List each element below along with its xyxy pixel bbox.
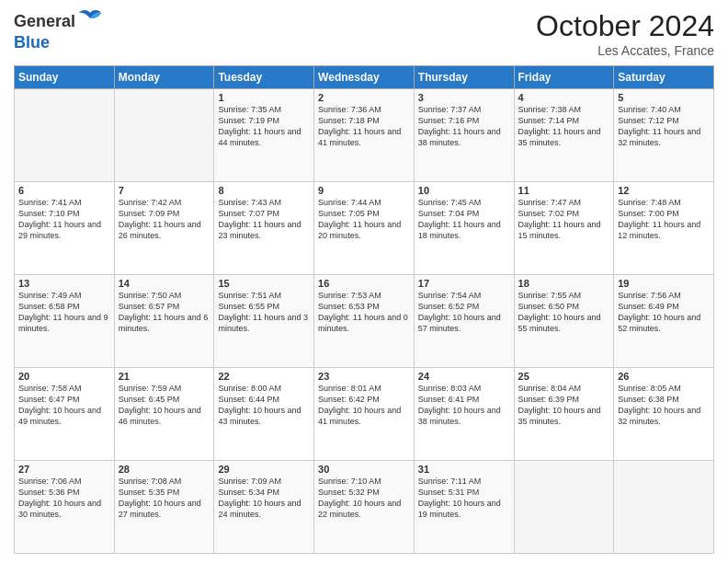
day-number: 12 xyxy=(618,185,710,196)
day-number: 17 xyxy=(418,278,510,289)
day-number: 27 xyxy=(18,464,110,475)
calendar-week-row: 20Sunrise: 7:58 AM Sunset: 6:47 PM Dayli… xyxy=(15,368,714,461)
day-content: Sunrise: 7:56 AM Sunset: 6:49 PM Dayligh… xyxy=(618,290,710,335)
day-content: Sunrise: 8:01 AM Sunset: 6:42 PM Dayligh… xyxy=(318,383,410,428)
day-number: 10 xyxy=(418,185,510,196)
day-content: Sunrise: 7:51 AM Sunset: 6:55 PM Dayligh… xyxy=(218,290,310,335)
day-number: 8 xyxy=(218,185,310,196)
col-sunday: Sunday xyxy=(15,66,115,89)
calendar-cell: 7Sunrise: 7:42 AM Sunset: 7:09 PM Daylig… xyxy=(114,182,214,275)
calendar-cell: 20Sunrise: 7:58 AM Sunset: 6:47 PM Dayli… xyxy=(15,368,115,461)
day-content: Sunrise: 7:55 AM Sunset: 6:50 PM Dayligh… xyxy=(518,290,610,335)
calendar-cell: 29Sunrise: 7:09 AM Sunset: 5:34 PM Dayli… xyxy=(214,461,314,554)
calendar-cell xyxy=(114,89,214,182)
day-content: Sunrise: 7:45 AM Sunset: 7:04 PM Dayligh… xyxy=(418,197,510,242)
day-content: Sunrise: 8:04 AM Sunset: 6:39 PM Dayligh… xyxy=(518,383,610,428)
day-number: 14 xyxy=(119,278,210,289)
day-number: 16 xyxy=(318,278,410,289)
day-number: 28 xyxy=(119,464,210,475)
calendar-cell: 17Sunrise: 7:54 AM Sunset: 6:52 PM Dayli… xyxy=(414,275,514,368)
day-content: Sunrise: 7:11 AM Sunset: 5:31 PM Dayligh… xyxy=(418,476,510,521)
calendar-cell xyxy=(514,461,614,554)
day-number: 15 xyxy=(218,278,310,289)
calendar-cell: 5Sunrise: 7:40 AM Sunset: 7:12 PM Daylig… xyxy=(614,89,714,182)
day-number: 31 xyxy=(418,464,510,475)
day-number: 13 xyxy=(18,278,110,289)
day-number: 4 xyxy=(518,92,610,103)
calendar-cell: 3Sunrise: 7:37 AM Sunset: 7:16 PM Daylig… xyxy=(414,89,514,182)
day-content: Sunrise: 7:06 AM Sunset: 5:36 PM Dayligh… xyxy=(18,476,110,521)
calendar-cell: 12Sunrise: 7:48 AM Sunset: 7:00 PM Dayli… xyxy=(614,182,714,275)
day-content: Sunrise: 8:05 AM Sunset: 6:38 PM Dayligh… xyxy=(618,383,710,428)
day-number: 7 xyxy=(119,185,210,196)
calendar-cell: 1Sunrise: 7:35 AM Sunset: 7:19 PM Daylig… xyxy=(214,89,314,182)
calendar-cell: 4Sunrise: 7:38 AM Sunset: 7:14 PM Daylig… xyxy=(514,89,614,182)
day-number: 3 xyxy=(418,92,510,103)
day-content: Sunrise: 8:03 AM Sunset: 6:41 PM Dayligh… xyxy=(418,383,510,428)
day-number: 20 xyxy=(18,371,110,382)
calendar-cell: 11Sunrise: 7:47 AM Sunset: 7:02 PM Dayli… xyxy=(514,182,614,275)
day-content: Sunrise: 7:10 AM Sunset: 5:32 PM Dayligh… xyxy=(318,476,410,521)
calendar-cell: 16Sunrise: 7:53 AM Sunset: 6:53 PM Dayli… xyxy=(314,275,415,368)
day-content: Sunrise: 7:37 AM Sunset: 7:16 PM Dayligh… xyxy=(418,104,510,149)
day-number: 1 xyxy=(218,92,310,103)
location-subtitle: Les Accates, France xyxy=(536,43,714,58)
calendar-week-row: 13Sunrise: 7:49 AM Sunset: 6:58 PM Dayli… xyxy=(15,275,714,368)
col-tuesday: Tuesday xyxy=(214,66,314,89)
day-content: Sunrise: 7:38 AM Sunset: 7:14 PM Dayligh… xyxy=(518,104,610,149)
day-number: 11 xyxy=(518,185,610,196)
logo-blue-text: Blue xyxy=(14,33,50,52)
day-content: Sunrise: 7:09 AM Sunset: 5:34 PM Dayligh… xyxy=(218,476,310,521)
day-content: Sunrise: 7:35 AM Sunset: 7:19 PM Dayligh… xyxy=(218,104,310,149)
day-content: Sunrise: 7:58 AM Sunset: 6:47 PM Dayligh… xyxy=(18,383,110,428)
day-content: Sunrise: 7:47 AM Sunset: 7:02 PM Dayligh… xyxy=(518,197,610,242)
day-number: 5 xyxy=(618,92,710,103)
calendar-cell: 2Sunrise: 7:36 AM Sunset: 7:18 PM Daylig… xyxy=(314,89,415,182)
day-content: Sunrise: 7:40 AM Sunset: 7:12 PM Dayligh… xyxy=(618,104,710,149)
day-number: 24 xyxy=(418,371,510,382)
calendar-header-row: Sunday Monday Tuesday Wednesday Thursday… xyxy=(15,66,714,89)
day-content: Sunrise: 7:41 AM Sunset: 7:10 PM Dayligh… xyxy=(18,197,110,242)
calendar-cell: 18Sunrise: 7:55 AM Sunset: 6:50 PM Dayli… xyxy=(514,275,614,368)
calendar-cell: 13Sunrise: 7:49 AM Sunset: 6:58 PM Dayli… xyxy=(15,275,115,368)
day-content: Sunrise: 7:44 AM Sunset: 7:05 PM Dayligh… xyxy=(318,197,410,242)
calendar-cell xyxy=(614,461,714,554)
day-content: Sunrise: 7:54 AM Sunset: 6:52 PM Dayligh… xyxy=(418,290,510,335)
page: General Blue October 2024 Les Accates, F… xyxy=(0,0,728,563)
logo-bird-icon xyxy=(77,9,103,33)
calendar-table: Sunday Monday Tuesday Wednesday Thursday… xyxy=(14,65,714,554)
day-number: 19 xyxy=(618,278,710,289)
month-title: October 2024 xyxy=(536,9,714,43)
title-block: October 2024 Les Accates, France xyxy=(536,9,714,58)
logo-general-text: General xyxy=(14,12,75,31)
calendar-cell: 14Sunrise: 7:50 AM Sunset: 6:57 PM Dayli… xyxy=(114,275,214,368)
calendar-week-row: 27Sunrise: 7:06 AM Sunset: 5:36 PM Dayli… xyxy=(15,461,714,554)
calendar-cell: 30Sunrise: 7:10 AM Sunset: 5:32 PM Dayli… xyxy=(314,461,415,554)
calendar-cell: 23Sunrise: 8:01 AM Sunset: 6:42 PM Dayli… xyxy=(314,368,415,461)
day-content: Sunrise: 7:43 AM Sunset: 7:07 PM Dayligh… xyxy=(218,197,310,242)
day-number: 23 xyxy=(318,371,410,382)
header: General Blue October 2024 Les Accates, F… xyxy=(14,9,714,58)
calendar-cell: 27Sunrise: 7:06 AM Sunset: 5:36 PM Dayli… xyxy=(15,461,115,554)
calendar-cell: 24Sunrise: 8:03 AM Sunset: 6:41 PM Dayli… xyxy=(414,368,514,461)
day-number: 29 xyxy=(218,464,310,475)
calendar-cell: 10Sunrise: 7:45 AM Sunset: 7:04 PM Dayli… xyxy=(414,182,514,275)
day-content: Sunrise: 7:49 AM Sunset: 6:58 PM Dayligh… xyxy=(18,290,110,335)
col-friday: Friday xyxy=(514,66,614,89)
logo: General Blue xyxy=(14,9,103,52)
col-wednesday: Wednesday xyxy=(314,66,415,89)
calendar-cell xyxy=(15,89,115,182)
calendar-cell: 22Sunrise: 8:00 AM Sunset: 6:44 PM Dayli… xyxy=(214,368,314,461)
day-content: Sunrise: 8:00 AM Sunset: 6:44 PM Dayligh… xyxy=(218,383,310,428)
calendar-week-row: 6Sunrise: 7:41 AM Sunset: 7:10 PM Daylig… xyxy=(15,182,714,275)
calendar-cell: 31Sunrise: 7:11 AM Sunset: 5:31 PM Dayli… xyxy=(414,461,514,554)
day-number: 25 xyxy=(518,371,610,382)
day-number: 18 xyxy=(518,278,610,289)
day-number: 22 xyxy=(218,371,310,382)
col-monday: Monday xyxy=(114,66,214,89)
day-content: Sunrise: 7:53 AM Sunset: 6:53 PM Dayligh… xyxy=(318,290,410,335)
calendar-cell: 6Sunrise: 7:41 AM Sunset: 7:10 PM Daylig… xyxy=(15,182,115,275)
day-content: Sunrise: 7:36 AM Sunset: 7:18 PM Dayligh… xyxy=(318,104,410,149)
day-content: Sunrise: 7:42 AM Sunset: 7:09 PM Dayligh… xyxy=(119,197,210,242)
col-thursday: Thursday xyxy=(414,66,514,89)
